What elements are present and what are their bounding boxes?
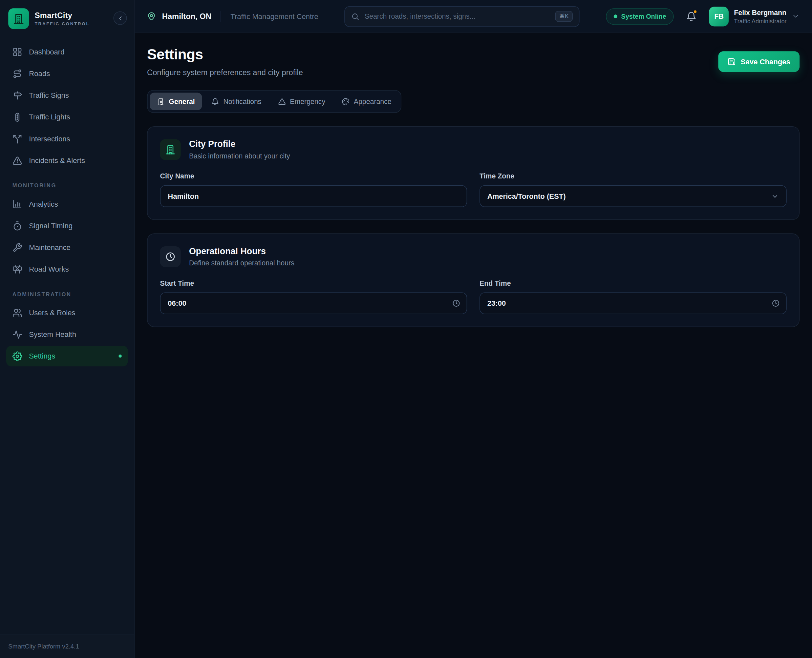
brand-name: SmartCity: [35, 11, 90, 20]
save-changes-button[interactable]: Save Changes: [718, 51, 799, 72]
centre-subtitle: Traffic Management Centre: [231, 12, 318, 20]
sidebar-section-label-monitoring: MONITORING: [13, 182, 122, 188]
notifications-button[interactable]: [682, 7, 701, 26]
city-profile-subtitle: Basic information about your city: [189, 152, 290, 160]
global-search: ⌘K: [344, 6, 579, 27]
sidebar-item-label: Traffic Lights: [29, 113, 70, 121]
end-time-input[interactable]: [479, 292, 787, 314]
building-icon: [165, 144, 176, 155]
sidebar-item-label: Maintenance: [29, 243, 70, 252]
brand-logo: [8, 8, 29, 29]
settings-page: Settings Configure system preferences an…: [135, 33, 812, 658]
end-time-label: End Time: [479, 279, 787, 287]
intersections-icon: [13, 134, 22, 144]
sidebar-item-label: Users & Roles: [29, 308, 75, 316]
tab-label: Emergency: [290, 97, 325, 105]
palette-icon: [342, 97, 350, 105]
city-name-input[interactable]: [160, 185, 467, 207]
sidebar-item-system-health[interactable]: System Health: [6, 324, 128, 345]
search-input[interactable]: [364, 13, 550, 20]
map-pin-icon: [147, 12, 156, 21]
sidebar-item-label: Signal Timing: [29, 221, 72, 230]
sidebar-item-incidents-alerts[interactable]: Incidents & Alerts: [6, 150, 128, 171]
dashboard-icon: [13, 47, 22, 57]
user-role: Traffic Administrator: [734, 18, 786, 24]
tab-label: Appearance: [354, 97, 391, 105]
sidebar-footer-version: SmartCity Platform v2.4.1: [0, 634, 134, 658]
status-label: System Online: [621, 13, 666, 20]
sidebar-item-label: Dashboard: [29, 47, 64, 56]
sidebar-item-maintenance[interactable]: Maintenance: [6, 237, 128, 258]
sidebar-item-traffic-signs[interactable]: Traffic Signs: [6, 85, 128, 106]
page-title: Settings: [147, 47, 303, 63]
sidebar-item-label: Road Works: [29, 265, 69, 273]
roadworks-icon: [13, 264, 22, 274]
sidebar-item-analytics[interactable]: Analytics: [6, 194, 128, 214]
bell-icon: [211, 97, 219, 105]
chevron-down-icon: [771, 192, 779, 200]
topbar-right: System Online FB Felix Bergmann Traffic …: [606, 6, 799, 26]
warning-icon: [278, 97, 286, 105]
roads-icon: [13, 69, 22, 78]
sidebar-section-label-administration: ADMINISTRATION: [13, 291, 122, 297]
tab-emergency[interactable]: Emergency: [271, 92, 333, 110]
main-column: Hamilton, ON Traffic Management Centre ⌘…: [135, 0, 812, 658]
sidebar-nav: DashboardRoadsTraffic SignsTraffic Light…: [0, 38, 134, 635]
sidebar-item-dashboard[interactable]: Dashboard: [6, 41, 128, 62]
system-status-badge: System Online: [606, 8, 674, 24]
start-time-label: Start Time: [160, 279, 467, 287]
traffic-signs-icon: [13, 90, 22, 100]
sidebar-collapse-button[interactable]: [113, 11, 127, 25]
location-name: Hamilton, ON: [162, 12, 211, 21]
search-icon: [351, 12, 360, 20]
clock-icon: [165, 252, 176, 262]
search-shortcut-badge: ⌘K: [555, 11, 573, 22]
building-icon: [13, 13, 24, 24]
sidebar-item-road-works[interactable]: Road Works: [6, 259, 128, 279]
sidebar-item-intersections[interactable]: Intersections: [6, 128, 128, 149]
wrench-icon: [13, 243, 22, 252]
avatar: FB: [709, 6, 729, 26]
page-header: Settings Configure system preferences an…: [147, 47, 799, 77]
operational-hours-card: Operational Hours Define standard operat…: [147, 233, 799, 327]
sidebar-item-label: Intersections: [29, 135, 70, 143]
warning-icon: [13, 155, 22, 165]
tab-notifications[interactable]: Notifications: [204, 92, 269, 110]
start-time-input[interactable]: [160, 292, 467, 314]
active-indicator-dot: [118, 355, 121, 357]
location-cluster: Hamilton, ON Traffic Management Centre: [147, 11, 318, 22]
tab-appearance[interactable]: Appearance: [335, 92, 399, 110]
save-icon: [728, 57, 736, 66]
page-subtitle: Configure system preferences and city pr…: [147, 68, 303, 77]
city-profile-icon-box: [160, 139, 181, 160]
sidebar-item-traffic-lights[interactable]: Traffic Lights: [6, 107, 128, 127]
app-root: SmartCity TRAFFIC CONTROL DashboardRoads…: [0, 0, 812, 658]
operational-hours-subtitle: Define standard operational hours: [189, 259, 294, 267]
status-dot: [613, 14, 617, 18]
brand: SmartCity TRAFFIC CONTROL: [0, 0, 134, 38]
tab-general[interactable]: General: [150, 92, 202, 110]
operational-hours-header: Operational Hours Define standard operat…: [160, 246, 787, 267]
topbar: Hamilton, ON Traffic Management Centre ⌘…: [135, 0, 812, 33]
activity-icon: [13, 329, 22, 339]
sidebar-item-roads[interactable]: Roads: [6, 63, 128, 84]
sidebar-item-settings[interactable]: Settings: [6, 346, 128, 367]
brand-tagline: TRAFFIC CONTROL: [35, 21, 90, 27]
sidebar-item-label: System Health: [29, 330, 76, 338]
notification-dot: [693, 9, 698, 14]
sidebar-item-users-roles[interactable]: Users & Roles: [6, 302, 128, 323]
traffic-lights-icon: [13, 112, 22, 122]
building-icon: [157, 97, 165, 105]
time-zone-select[interactable]: America/Toronto (EST): [479, 185, 787, 207]
sidebar-item-signal-timing[interactable]: Signal Timing: [6, 215, 128, 236]
city-name-label: City Name: [160, 172, 467, 180]
time-zone-value: America/Toronto (EST): [487, 192, 566, 200]
divider: [221, 11, 221, 22]
sidebar-item-label: Roads: [29, 69, 50, 77]
time-zone-label: Time Zone: [479, 172, 787, 180]
sidebar-item-label: Analytics: [29, 200, 58, 208]
users-icon: [13, 308, 22, 318]
user-menu[interactable]: FB Felix Bergmann Traffic Administrator: [709, 6, 800, 26]
city-profile-header: City Profile Basic information about you…: [160, 139, 787, 160]
city-profile-title: City Profile: [189, 139, 290, 150]
